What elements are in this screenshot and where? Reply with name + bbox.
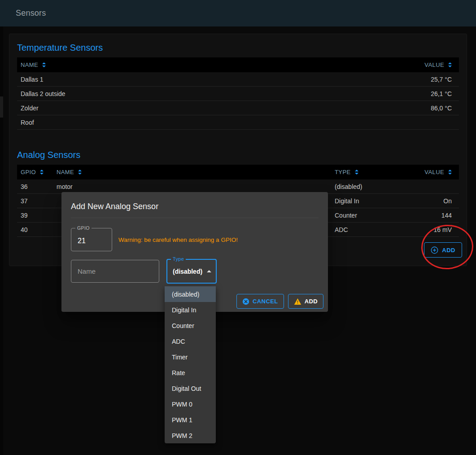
gpio-input[interactable] bbox=[71, 228, 112, 251]
page-title: Sensors bbox=[16, 9, 46, 18]
table-row: Roof bbox=[17, 115, 459, 130]
dialog-title: Add New Analog Sensor bbox=[71, 192, 319, 218]
sensor-name: Dallas 2 outside bbox=[17, 90, 360, 97]
sensor-value: On bbox=[396, 197, 459, 205]
type-select[interactable]: Type (disabled) bbox=[166, 259, 217, 284]
sort-icon bbox=[355, 170, 358, 175]
warning-triangle-icon bbox=[294, 298, 301, 305]
scrollbar-track bbox=[0, 26, 3, 455]
gpio-field: GPIO bbox=[71, 228, 112, 251]
table-row: Dallas 1 25,7 °C bbox=[17, 72, 459, 87]
app-bar: Sensors bbox=[0, 0, 476, 26]
caret-up-icon bbox=[207, 270, 211, 272]
temperature-table-header: NAME VALUE bbox=[17, 57, 459, 72]
plus-circle-icon bbox=[431, 246, 438, 254]
sensor-value: 144 bbox=[396, 212, 459, 219]
sensor-name: motor bbox=[53, 183, 331, 190]
x-circle-icon bbox=[242, 298, 249, 305]
type-option[interactable]: Timer bbox=[165, 349, 216, 365]
type-option[interactable]: PWM 1 bbox=[165, 412, 216, 428]
sensor-name: Zolder bbox=[17, 105, 360, 112]
analog-section-title: Analog Sensors bbox=[17, 149, 459, 160]
sensor-type: ADC bbox=[331, 226, 396, 233]
type-option[interactable]: Digital Out bbox=[165, 381, 216, 396]
sort-icon bbox=[448, 62, 452, 67]
sort-icon bbox=[40, 170, 44, 175]
type-select-label: Type bbox=[171, 256, 186, 262]
type-option[interactable]: Rate bbox=[165, 365, 216, 381]
type-option[interactable]: Counter bbox=[165, 318, 216, 333]
gpio-field-label: GPIO bbox=[75, 225, 92, 231]
type-option[interactable]: PWM 0 bbox=[165, 396, 216, 412]
gpio-warning-text: Warning: be careful when assigning a GPI… bbox=[118, 236, 238, 243]
sensor-gpio: 39 bbox=[17, 212, 53, 219]
sort-icon bbox=[78, 170, 82, 175]
sensor-type: Digital In bbox=[331, 197, 396, 205]
sensor-type: (disabled) bbox=[331, 183, 396, 190]
sort-icon bbox=[42, 62, 46, 67]
sensor-value: 16 mV bbox=[396, 226, 459, 233]
analog-header-type[interactable]: TYPE bbox=[331, 169, 396, 175]
type-option[interactable]: PWM 2 bbox=[165, 428, 216, 443]
type-option[interactable]: ADC bbox=[165, 333, 216, 349]
analog-header-name[interactable]: NAME bbox=[53, 169, 331, 175]
sensor-value: 86,0 °C bbox=[360, 105, 459, 112]
type-select-value: (disabled) bbox=[173, 268, 202, 275]
dialog-add-button[interactable]: ADD bbox=[288, 294, 323, 309]
analog-header-value[interactable]: VALUE bbox=[396, 169, 459, 175]
type-option[interactable]: (disabled) bbox=[165, 286, 216, 302]
temperature-header-name[interactable]: NAME bbox=[17, 61, 360, 68]
sensor-gpio: 37 bbox=[17, 197, 53, 205]
temperature-header-value[interactable]: VALUE bbox=[360, 61, 459, 68]
sensor-name: Dallas 1 bbox=[17, 76, 360, 83]
temperature-section-title: Temperature Sensors bbox=[17, 42, 459, 53]
type-option[interactable]: Digital In bbox=[165, 302, 216, 318]
table-row: Zolder 86,0 °C bbox=[17, 101, 459, 115]
table-row: Dallas 2 outside 26,1 °C bbox=[17, 87, 459, 101]
analog-table-header: GPIO NAME TYPE VALUE bbox=[17, 165, 459, 179]
sensor-type: Counter bbox=[331, 212, 396, 219]
sensor-value: 26,1 °C bbox=[360, 90, 459, 97]
cancel-button[interactable]: CANCEL bbox=[236, 294, 284, 309]
add-analog-sensor-button[interactable]: ADD bbox=[424, 242, 462, 258]
name-input[interactable] bbox=[71, 260, 159, 283]
scrollbar-thumb[interactable] bbox=[0, 96, 3, 118]
sort-icon bbox=[448, 170, 452, 175]
sensor-value: 25,7 °C bbox=[360, 76, 459, 83]
type-dropdown: (disabled) Digital In Counter ADC Timer … bbox=[165, 286, 216, 443]
analog-header-gpio[interactable]: GPIO bbox=[17, 169, 53, 175]
sensor-gpio: 40 bbox=[17, 226, 53, 233]
sensor-gpio: 36 bbox=[17, 183, 53, 190]
sensor-name: Roof bbox=[17, 119, 360, 126]
